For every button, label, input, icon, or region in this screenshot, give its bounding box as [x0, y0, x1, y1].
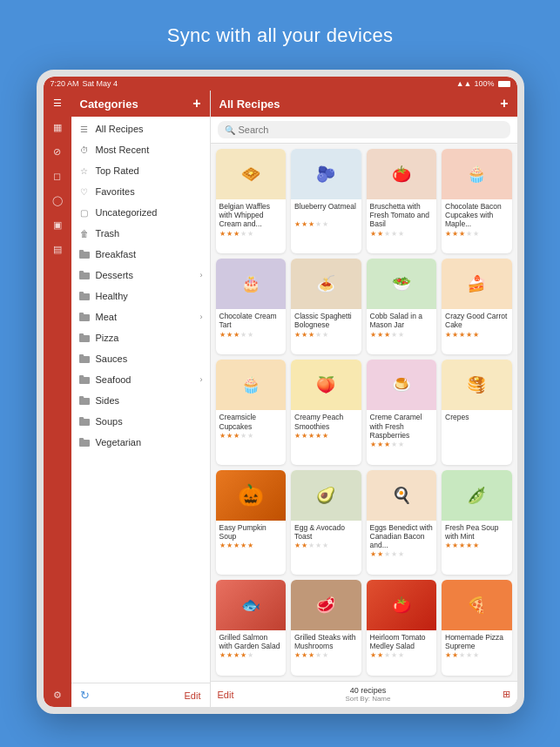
filled-star: ★ [233, 432, 240, 440]
category-item-all-recipes[interactable]: ☰All Recipes [71, 118, 210, 139]
status-right: ▲▲ 100% [456, 79, 510, 88]
recipe-card[interactable]: 🍅Bruschetta with Fresh Tomato and Basil★… [367, 149, 437, 253]
filled-star: ★ [240, 542, 246, 549]
category-item-uncategorized[interactable]: ▢Uncategorized [71, 202, 210, 223]
filled-star: ★ [233, 331, 240, 339]
category-item-favorites[interactable]: ♡Favorites [71, 181, 210, 202]
recipe-stars: ★★★★★ [219, 542, 283, 549]
recipe-card[interactable]: 🥞Crepes [442, 360, 512, 464]
recipe-card[interactable]: 🫐Blueberry Oatmeal★★★★★ [291, 149, 361, 253]
search-input[interactable] [239, 124, 503, 135]
category-name: Sides [96, 395, 203, 406]
tablet-screen: 7:20 AM Sat May 4 ▲▲ 100% ☰ ▦ ⊘ ◻ ◯ ▣ ▤ … [44, 77, 517, 707]
add-recipe-button[interactable]: + [500, 96, 508, 111]
category-item-meat[interactable]: Meat› [71, 306, 210, 327]
add-category-button[interactable]: + [192, 96, 200, 111]
recipe-card[interactable]: 🥑Egg & Avocado Toast★★★★★ [291, 470, 361, 575]
category-name: All Recipes [96, 124, 203, 134]
recipe-card[interactable]: 🧁Chocolate Bacon Cupcakes with Maple...★… [442, 149, 512, 253]
settings-nav-icon[interactable]: ⚙ [49, 686, 66, 703]
recipe-card[interactable]: 🐟Grilled Salmon with Garden Salad★★★★★ [216, 580, 287, 676]
fruit-nav-icon[interactable]: ◯ [49, 192, 66, 209]
recipe-thumbnail: 🥑 [291, 470, 361, 521]
empty-star: ★ [384, 230, 390, 238]
recipe-thumbnail: 🎂 [216, 259, 287, 309]
category-item-most-recent[interactable]: ⏱Most Recent [71, 139, 210, 160]
recipe-card[interactable]: 🍰Crazy Good Carrot Cake★★★★★ [442, 259, 512, 354]
hamburger-icon[interactable]: ☰ [49, 94, 66, 111]
category-item-soups[interactable]: Soups [71, 411, 210, 432]
category-item-sides[interactable]: Sides [71, 390, 210, 411]
filled-star: ★ [377, 441, 383, 448]
empty-star: ★ [398, 441, 404, 448]
filled-star: ★ [226, 542, 233, 549]
category-item-seafood[interactable]: Seafood› [71, 369, 210, 390]
recipes-nav-icon[interactable]: ▦ [49, 118, 66, 136]
book-nav-icon[interactable]: ▣ [49, 216, 66, 233]
recipe-card[interactable]: 🫛Fresh Pea Soup with Mint★★★★★ [442, 470, 512, 575]
recipe-info: Crepes [442, 410, 512, 433]
empty-star: ★ [391, 230, 397, 238]
category-item-healthy[interactable]: Healthy [71, 286, 210, 306]
sidebar-icons: ☰ ▦ ⊘ ◻ ◯ ▣ ▤ ⚙ [44, 91, 71, 707]
blocked-nav-icon[interactable]: ⊘ [49, 143, 66, 160]
category-icon: ☆ [78, 165, 91, 177]
right-edit-button[interactable]: Edit [218, 690, 234, 700]
recipe-name: Homemade Pizza Supreme [445, 633, 509, 650]
recipe-card[interactable]: 🍕Homemade Pizza Supreme★★★★★ [442, 580, 512, 676]
recipe-card[interactable]: 🥩Grilled Steaks with Mushrooms★★★★★ [291, 580, 361, 676]
recipe-card[interactable]: 🍅Heirloom Tomato Medley Salad★★★★★ [367, 580, 437, 676]
recipe-card[interactable]: 🧁Creamsicle Cupcakes★★★★★ [216, 360, 287, 464]
grid-view-icon[interactable]: ⊞ [503, 689, 510, 700]
recipe-name: Cobb Salad in a Mason Jar [370, 312, 434, 329]
chevron-right-icon: › [200, 375, 203, 384]
left-edit-button[interactable]: Edit [185, 690, 201, 701]
filled-star: ★ [384, 331, 390, 339]
category-item-trash[interactable]: 🗑Trash [71, 223, 210, 244]
recipe-info: Grilled Steaks with Mushrooms★★★★★ [291, 630, 361, 662]
category-item-desserts[interactable]: Desserts› [71, 265, 210, 286]
status-left: 7:20 AM Sat May 4 [51, 79, 118, 88]
category-name: Desserts [96, 270, 195, 280]
status-date: Sat May 4 [83, 79, 118, 88]
tablet-device: 7:20 AM Sat May 4 ▲▲ 100% ☰ ▦ ⊘ ◻ ◯ ▣ ▤ … [37, 70, 524, 714]
category-icon: 🗑 [78, 227, 91, 239]
recipe-name: Eggs Benedict with Canadian Bacon and... [370, 523, 434, 550]
recipe-card[interactable]: 🎃Easy Pumpkin Soup★★★★★ [216, 470, 287, 575]
recipe-card[interactable]: 🎂Chocolate Cream Tart★★★★★ [216, 259, 287, 354]
left-panel: Categories + ☰All Recipes⏱Most Recent☆To… [71, 91, 211, 707]
empty-star: ★ [240, 230, 246, 238]
filled-star: ★ [301, 432, 307, 440]
cart-nav-icon[interactable]: ◻ [49, 167, 66, 185]
recipe-thumbnail: 🫐 [291, 149, 361, 199]
recipe-thumbnail: 🍑 [291, 360, 361, 410]
recipe-card[interactable]: 🍝Classic Spaghetti Bolognese★★★★★ [291, 259, 361, 354]
empty-star: ★ [384, 550, 390, 558]
category-item-sauces[interactable]: Sauces [71, 348, 210, 369]
category-item-breakfast[interactable]: Breakfast [71, 244, 210, 265]
recipe-thumbnail: 🍳 [367, 470, 437, 521]
category-item-pizza[interactable]: Pizza [71, 327, 210, 348]
category-icon [78, 290, 91, 302]
battery-bar [498, 81, 510, 87]
recipe-card[interactable]: 🍳Eggs Benedict with Canadian Bacon and..… [367, 470, 437, 575]
category-item-top-rated[interactable]: ☆Top Rated [71, 160, 210, 181]
empty-star: ★ [247, 432, 253, 440]
recipe-stars: ★★★★★ [219, 230, 283, 238]
recipe-thumbnail: 🎃 [216, 470, 287, 521]
filled-star: ★ [377, 230, 383, 238]
film-nav-icon[interactable]: ▤ [49, 240, 66, 258]
recipe-card[interactable]: 🥗Cobb Salad in a Mason Jar★★★★★ [367, 259, 437, 354]
category-name: Favorites [96, 186, 203, 197]
category-item-vegetarian[interactable]: Vegetarian [71, 432, 210, 453]
chevron-right-icon: › [200, 271, 203, 279]
recipe-card[interactable]: 🍑Creamy Peach Smoothies★★★★★ [291, 360, 361, 464]
recipe-card[interactable]: 🧇Belgian Waffles with Whipped Cream and.… [216, 149, 287, 253]
category-name: Breakfast [96, 249, 203, 259]
filled-star: ★ [370, 441, 376, 448]
refresh-icon[interactable]: ↻ [80, 689, 90, 702]
recipe-card[interactable]: 🍮Creme Caramel with Fresh Raspberries★★★… [367, 360, 437, 464]
empty-star: ★ [466, 230, 472, 238]
recipe-stars: ★★★★★ [294, 432, 358, 440]
category-icon: ⏱ [78, 144, 91, 156]
